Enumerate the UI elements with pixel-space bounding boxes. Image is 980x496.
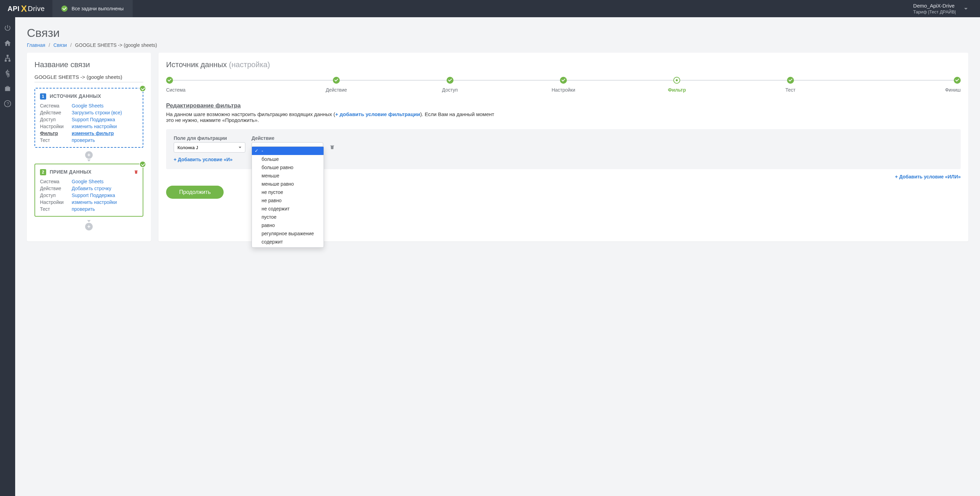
user-menu[interactable]: Demo_ApiX-Drive Тариф |Тест ДРАЙВ| [913,3,980,14]
briefcase-icon[interactable] [4,85,11,92]
tasks-status-label: Все задачи выполнены [72,6,124,11]
step-system[interactable]: Система [166,77,280,93]
step-2-badge: 2 [40,169,46,175]
step-action[interactable]: Действие [280,77,393,93]
dst-system-v[interactable]: Google Sheets [72,179,104,184]
sitemap-icon[interactable] [4,54,11,62]
dst-action-k: Действие [40,186,72,191]
dropdown-opt[interactable]: меньше [252,172,324,180]
logo[interactable]: API X Drive [0,3,52,14]
explain: На данном шаге возможно настроить фильтр… [166,111,497,123]
svg-text:?: ? [6,101,9,107]
plus-icon: + [85,151,93,159]
settings-card: Источник данных (настройка) Система Дейс… [159,53,968,242]
dropdown-opt[interactable]: содержит [252,238,324,246]
dropdown-opt[interactable]: не пустое [252,188,324,196]
src-sett-v[interactable]: изменить настройки [72,124,117,129]
home-icon[interactable] [4,39,11,47]
dst-test-v[interactable]: проверить [72,206,95,212]
add-between-2[interactable]: + [35,220,143,231]
add-filter-inline-link[interactable]: + добавить условие фильтрации [335,111,420,117]
src-test-v[interactable]: проверить [72,137,95,143]
power-icon[interactable] [4,24,11,32]
trash-icon[interactable] [329,144,335,150]
tasks-status[interactable]: Все задачи выполнены [52,0,133,17]
src-test-k: Тест [40,137,72,143]
crumb-links[interactable]: Связи [53,42,67,48]
continue-button[interactable]: Продолжить [166,186,224,199]
step-finish[interactable]: Финиш [847,77,961,93]
svg-rect-1 [5,60,6,62]
page-title: Связи [27,26,968,40]
filter-action-label: Действие [251,135,323,141]
dropdown-opt[interactable]: больше равно [252,163,324,172]
src-sett-k: Настройки [40,124,72,129]
chevron-down-icon [964,8,967,10]
src-system-v[interactable]: Google Sheets [72,103,104,108]
connection-card: Название связи 1 ИСТОЧНИК ДАННЫХ Система… [27,53,151,242]
step-access[interactable]: Доступ [393,77,506,93]
dropdown-opt[interactable]: не содержит [252,205,324,213]
check-circle-icon [139,161,146,168]
user-tariff: Тариф |Тест ДРАЙВ| [913,9,956,14]
filter-field-label: Поле для фильтрации [174,135,245,141]
dropdown-opt[interactable]: больше [252,155,324,163]
sidenav: $ ? [0,17,15,496]
dollar-icon[interactable]: $ [4,70,11,77]
dest-block: 2 ПРИЕМ ДАННЫХ Система Google Sheets Дей… [35,164,143,217]
trash-icon[interactable] [134,169,138,175]
dst-access-v[interactable]: Support Поддержка [72,192,115,198]
dst-sett-v[interactable]: изменить настройки [72,199,117,205]
section-title: Источник данных (настройка) [166,60,961,69]
dropdown-opt[interactable]: меньше равно [252,180,324,188]
source-title: ИСТОЧНИК ДАННЫХ [49,93,101,99]
logo-pre: API [8,5,20,13]
step-test[interactable]: Тест [733,77,847,93]
crumb-current: GOOGLE SHEETS -> (google sheets) [75,42,157,48]
conn-name-input[interactable] [35,73,143,82]
dst-action-v[interactable]: Добавить строчку [72,186,111,191]
crumb-home[interactable]: Главная [27,42,45,48]
src-filter-k: Фильтр [40,130,72,136]
svg-rect-2 [9,60,10,62]
step-filter[interactable]: Фильтр [620,77,733,93]
filter-field-select[interactable]: Колонка J [174,142,245,153]
plus-icon: + [85,223,93,231]
dst-system-k: Система [40,179,72,184]
svg-text:$: $ [6,70,9,77]
dropdown-opt[interactable]: не равно [252,196,324,205]
dst-sett-k: Настройки [40,199,72,205]
src-access-v[interactable]: Support Поддержка [72,117,115,122]
help-icon[interactable]: ? [4,100,11,108]
source-block: 1 ИСТОЧНИК ДАННЫХ Система Google Sheets … [35,88,143,148]
add-between-1[interactable]: + [35,151,143,162]
step-1-badge: 1 [40,93,46,100]
logo-post: Drive [28,5,45,13]
src-action-v[interactable]: Загрузить строки (все) [72,110,122,115]
src-filter-v[interactable]: изменить фильтр [72,130,114,136]
subhead: Редактирование фильтра [166,102,961,109]
step-settings[interactable]: Настройки [506,77,620,93]
dst-test-k: Тест [40,206,72,212]
dropdown-opt[interactable]: равно [252,221,324,229]
dest-title: ПРИЕМ ДАННЫХ [49,169,91,175]
logo-x-icon: X [20,3,27,14]
user-name: Demo_ApiX-Drive [913,3,956,9]
svg-rect-0 [7,55,8,57]
caret-down-icon [87,159,91,162]
src-action-k: Действие [40,110,72,115]
dst-access-k: Доступ [40,192,72,198]
check-circle-icon [139,85,146,92]
filter-box: Поле для фильтрации Колонка J Действие - [166,129,961,169]
src-system-k: Система [40,103,72,108]
dropdown-opt[interactable]: регулярное выражение [252,229,324,238]
src-access-k: Доступ [40,117,72,122]
dropdown-opt[interactable]: - [252,147,324,155]
action-dropdown: - больше больше равно меньше меньше равн… [251,146,324,248]
topbar: API X Drive Все задачи выполнены Demo_Ap… [0,0,980,17]
check-circle-icon [61,5,68,12]
stepper: Система Действие Доступ Настройки Фильтр… [166,77,961,93]
caret-down-icon [87,220,91,222]
breadcrumb: Главная / Связи / GOOGLE SHEETS -> (goog… [27,42,968,48]
dropdown-opt[interactable]: пустое [252,213,324,221]
